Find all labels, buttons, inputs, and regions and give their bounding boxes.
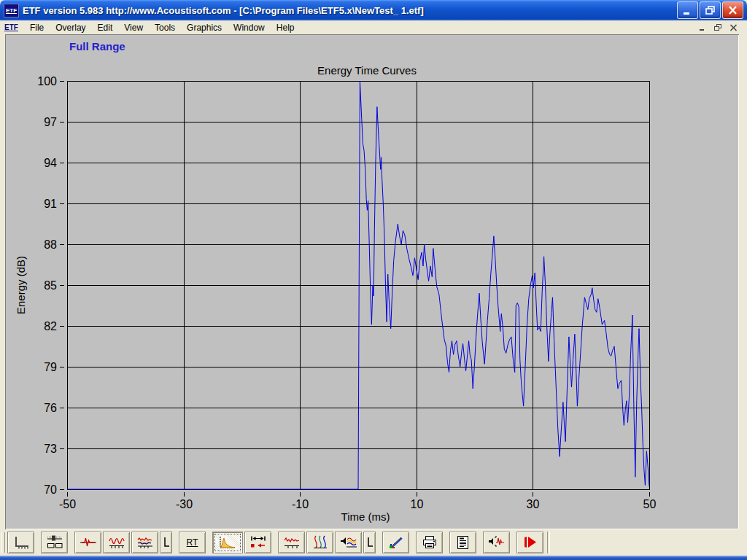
y-tick-label: 79 <box>44 361 57 373</box>
gate-arrows-icon <box>248 534 268 551</box>
corner-axis-icon <box>365 534 374 551</box>
y-tick-label: 91 <box>44 198 57 210</box>
restore-button[interactable] <box>700 1 721 19</box>
menu-item-overlay[interactable]: Overlay <box>50 22 91 34</box>
menu-item-tools[interactable]: Tools <box>149 22 181 34</box>
multi-curves-icon <box>136 534 155 551</box>
document-icon[interactable]: ETF <box>4 23 18 31</box>
toolbar-small-axis-view-2-button[interactable] <box>363 532 376 553</box>
x-tick-label: -50 <box>59 498 76 510</box>
noisy-curve-icon <box>282 534 301 551</box>
toolbar-end-divider <box>547 532 550 553</box>
toolbar-small-axis-view-button[interactable] <box>160 532 172 553</box>
y-axis-label: Energy (dB) <box>15 256 27 314</box>
y-tick-label: 100 <box>37 75 57 88</box>
menu-bar: ETF FileOverlayEditViewToolsGraphicsWind… <box>0 20 747 34</box>
chart-client-area: Full Range 70737679828588919497100-50-30… <box>5 34 739 529</box>
speaker-impulse-icon <box>487 534 507 551</box>
impulse-icon <box>79 534 98 551</box>
printer-icon <box>420 534 439 551</box>
document-icon <box>454 534 473 551</box>
rt-text-label: RT <box>187 537 198 548</box>
toolbar-report-button[interactable] <box>449 532 476 553</box>
x-axis-label: Time (ms) <box>341 510 390 523</box>
toolbar-gate-window-button[interactable] <box>244 532 271 553</box>
toolbar-measure-play-button[interactable] <box>516 532 543 553</box>
corner-axis-icon <box>162 534 171 551</box>
toolbar-gated-response-view-button[interactable] <box>278 532 305 553</box>
speaker-curves-icon <box>338 534 359 551</box>
toolbar-energy-time-curve-view-button[interactable] <box>212 532 243 553</box>
toolbar-frequency-response-view-button[interactable] <box>103 532 130 553</box>
close-button[interactable] <box>722 1 743 19</box>
y-tick-label: 97 <box>44 116 57 128</box>
menu-item-help[interactable]: Help <box>271 22 301 34</box>
toolbar-speaker-test-button[interactable] <box>483 532 510 553</box>
window-bottom-border <box>0 556 747 560</box>
toolbar-annotate-button[interactable] <box>382 532 409 553</box>
minimize-icon <box>681 5 694 15</box>
mdi-minimize-button[interactable] <box>697 23 709 33</box>
toolbar: RT <box>0 529 747 556</box>
mdi-restore-button[interactable] <box>712 23 724 33</box>
x-tick-label: 50 <box>643 498 657 510</box>
y-tick-label: 76 <box>44 402 57 414</box>
close-icon <box>727 5 739 15</box>
sine-waves-icon <box>311 534 330 551</box>
y-tick-label: 73 <box>44 443 57 455</box>
y-tick-label: 88 <box>44 238 57 251</box>
toolbar-waterfall-view-button[interactable] <box>306 532 333 553</box>
y-tick-label: 82 <box>44 320 57 332</box>
x-tick-label: -30 <box>176 498 193 510</box>
title-bar: ETF ETF version 5.983 http://www.Acousti… <box>0 0 747 20</box>
restore-icon <box>704 5 716 15</box>
x-tick-label: 10 <box>411 498 424 510</box>
mdi-close-button[interactable] <box>727 23 740 33</box>
toolbar-speaker-response-view-button[interactable] <box>335 532 362 553</box>
y-tick-label: 85 <box>44 279 57 292</box>
toolbar-display-layout-button[interactable] <box>41 532 68 553</box>
menu-item-file[interactable]: File <box>24 22 50 34</box>
y-tick-label: 94 <box>44 157 57 169</box>
toolbar-overlay-curves-view-button[interactable] <box>131 532 158 553</box>
toolbar-graph-axes-button[interactable] <box>7 532 34 553</box>
energy-time-chart: 70737679828588919497100-50-30-10103050En… <box>5 34 739 529</box>
minimize-button[interactable] <box>677 1 698 19</box>
x-tick-label: 30 <box>527 498 540 510</box>
app-icon[interactable]: ETF <box>4 4 19 18</box>
ripples-icon <box>107 534 126 551</box>
mdi-restore-icon <box>714 24 722 31</box>
axes-icon <box>12 534 31 551</box>
pencil-icon <box>387 534 406 551</box>
x-tick-label: -10 <box>292 498 309 510</box>
y-tick-label: 70 <box>44 483 57 496</box>
window-title: ETF version 5.983 http://www.Acoustisoft… <box>23 5 676 16</box>
toolbar-buttons: RT <box>7 532 545 553</box>
menu-item-window[interactable]: Window <box>228 22 271 34</box>
mdi-close-icon <box>729 24 738 31</box>
menu-item-view[interactable]: View <box>118 22 149 34</box>
mdi-window-controls <box>697 23 744 33</box>
slider-panels-icon <box>45 534 64 551</box>
menu-item-graphics[interactable]: Graphics <box>181 22 228 34</box>
toolbar-grip[interactable] <box>1 532 5 553</box>
menu-item-edit[interactable]: Edit <box>92 22 119 34</box>
mdi-minimize-icon <box>699 24 707 31</box>
chart-title: Energy Time Curves <box>317 64 417 77</box>
etc-decay-icon <box>217 534 238 551</box>
play-icon <box>520 534 541 551</box>
menu-items: FileOverlayEditViewToolsGraphicsWindowHe… <box>24 22 301 34</box>
toolbar-print-button[interactable] <box>416 532 443 553</box>
toolbar-rt-view-button[interactable]: RT <box>179 532 206 553</box>
toolbar-impulse-response-view-button[interactable] <box>74 532 101 553</box>
